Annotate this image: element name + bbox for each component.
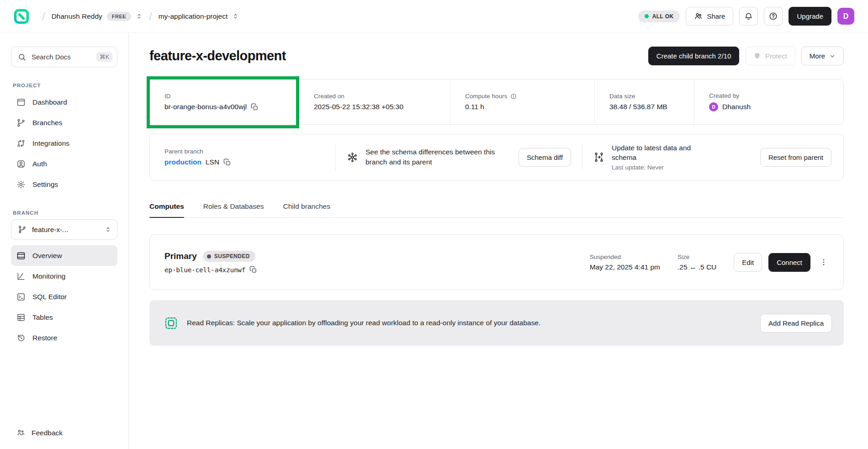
created-on-cell: Created on 2025-05-22 15:32:38 +05:30 xyxy=(299,79,450,124)
bell-icon xyxy=(744,12,753,21)
create-child-branch-label: Create child branch 2/10 xyxy=(656,52,731,60)
sidebar-item-label: SQL Editor xyxy=(32,293,67,301)
creator-avatar-initial: D xyxy=(712,105,715,110)
sidebar-item-dashboard[interactable]: Dashboard xyxy=(11,92,117,112)
chevron-updown-icon xyxy=(136,13,143,20)
sidebar-item-branches[interactable]: Branches xyxy=(11,112,117,133)
user-avatar[interactable]: D xyxy=(837,8,854,25)
avatar-initial: D xyxy=(843,12,849,21)
sidebar-item-label: Integrations xyxy=(32,139,69,148)
plan-badge: FREE xyxy=(107,12,131,21)
people-icon xyxy=(694,12,703,21)
sidebar-item-tables[interactable]: Tables xyxy=(11,307,117,328)
sidebar-item-restore[interactable]: Restore xyxy=(11,328,117,348)
schema-diff-button[interactable]: Schema diff xyxy=(519,148,571,167)
branch-id-cell: ID br-orange-bonus-a4v00wjl xyxy=(150,79,299,124)
history-icon xyxy=(16,333,26,343)
id-label: ID xyxy=(164,93,299,100)
sidebar: Search Docs ⌘K PROJECT Dashboard Branche… xyxy=(0,33,129,449)
sidebar-item-sql-editor[interactable]: SQL Editor xyxy=(11,286,117,307)
size-label: Size xyxy=(677,254,716,260)
status-badge[interactable]: ALL OK xyxy=(638,11,680,22)
size-value: .25 ↔ .5 CU xyxy=(677,263,716,271)
compute-name: Primary xyxy=(164,251,197,261)
chevron-updown-icon xyxy=(105,226,111,233)
chart-icon xyxy=(16,272,26,281)
search-shortcut: ⌘K xyxy=(96,52,112,62)
status-badge-label: SUSPENDED xyxy=(214,253,250,259)
read-replica-description: Read Replicas: Scale your application by… xyxy=(187,319,752,327)
schema-diff-label: Schema diff xyxy=(527,153,563,161)
sidebar-item-overview[interactable]: Overview xyxy=(11,245,117,266)
feedback-label: Feedback xyxy=(32,429,63,437)
org-name: Dhanush Reddy xyxy=(52,12,102,21)
endpoint-id: ep-blue-cell-a4xzunwf xyxy=(164,266,245,274)
search-icon xyxy=(18,53,26,61)
schema-diff-description: See the schema differences between this … xyxy=(365,147,517,167)
divider xyxy=(582,144,582,170)
project-breadcrumb[interactable]: my-application-project xyxy=(159,12,239,21)
size-stat: Size .25 ↔ .5 CU xyxy=(677,254,716,271)
suspended-stat: Suspended May 22, 2025 4:41 pm xyxy=(590,254,660,271)
help-circle-icon xyxy=(769,12,778,21)
breadcrumb-separator: / xyxy=(42,10,45,23)
sidebar-item-auth[interactable]: Auth xyxy=(11,153,117,174)
reset-from-parent-button[interactable]: Reset from parent xyxy=(760,148,831,167)
branch-tabs: Computes Roles & Databases Child branche… xyxy=(149,202,844,218)
suspended-dot-icon xyxy=(207,254,211,259)
status-badge: SUSPENDED xyxy=(203,251,255,262)
edit-button[interactable]: Edit xyxy=(734,253,762,272)
notifications-button[interactable] xyxy=(739,7,758,26)
chevron-down-icon xyxy=(829,53,836,59)
parent-branch-link[interactable]: production xyxy=(164,158,201,166)
created-by-label: Created by xyxy=(709,92,843,99)
copy-icon[interactable] xyxy=(251,103,259,111)
org-breadcrumb[interactable]: Dhanush Reddy FREE xyxy=(52,12,143,21)
add-read-replica-button[interactable]: Add Read Replica xyxy=(760,314,832,333)
created-on-value: 2025-05-22 15:32:38 +05:30 xyxy=(314,103,403,111)
branch-section-label: BRANCH xyxy=(13,210,117,216)
upgrade-button[interactable]: Upgrade xyxy=(789,7,831,26)
gear-icon xyxy=(16,180,26,189)
sidebar-item-integrations[interactable]: Integrations xyxy=(11,133,117,153)
sidebar-item-monitoring[interactable]: Monitoring xyxy=(11,266,117,286)
sidebar-item-settings[interactable]: Settings xyxy=(11,174,117,195)
edit-label: Edit xyxy=(742,259,754,266)
compute-hours-label: Compute hours xyxy=(465,93,507,100)
tab-roles-databases[interactable]: Roles & Databases xyxy=(203,202,264,217)
copy-icon[interactable] xyxy=(249,266,257,274)
compute-hours-cell: Compute hours 0.11 h xyxy=(450,79,594,124)
status-label: ALL OK xyxy=(652,13,674,20)
sidebar-item-label: Tables xyxy=(32,313,53,322)
main-content: feature-x-development Create child branc… xyxy=(129,33,868,449)
copy-icon[interactable] xyxy=(223,158,231,166)
share-label: Share xyxy=(707,12,725,20)
search-docs-input[interactable]: Search Docs ⌘K xyxy=(11,47,117,67)
parent-branch-card: Parent branch production LSN See the sch… xyxy=(149,134,844,180)
table-icon xyxy=(16,313,26,322)
compute-hours-value: 0.11 h xyxy=(465,103,484,111)
created-by-cell: Created by D Dhanush xyxy=(694,79,843,124)
tab-computes[interactable]: Computes xyxy=(149,202,184,217)
feedback-people-icon xyxy=(16,428,25,437)
more-button[interactable]: More xyxy=(801,47,844,65)
neon-logo-icon[interactable] xyxy=(14,9,29,24)
create-child-branch-button[interactable]: Create child branch 2/10 xyxy=(648,47,739,65)
data-size-label: Data size xyxy=(609,93,694,100)
connect-button[interactable]: Connect xyxy=(768,253,810,272)
feedback-button[interactable]: Feedback xyxy=(16,428,63,437)
breadcrumb-separator: / xyxy=(149,10,152,23)
branch-selector-value: feature-x-... xyxy=(32,226,99,234)
info-icon[interactable] xyxy=(510,93,517,100)
connect-label: Connect xyxy=(777,259,802,266)
share-button[interactable]: Share xyxy=(686,7,733,26)
kebab-menu-icon[interactable] xyxy=(817,253,831,272)
terminal-icon xyxy=(16,292,26,301)
help-button[interactable] xyxy=(764,7,783,26)
git-branch-icon xyxy=(16,118,26,127)
tab-child-branches[interactable]: Child branches xyxy=(283,202,330,217)
branch-selector[interactable]: feature-x-... xyxy=(11,219,117,240)
protect-button[interactable]: Protect xyxy=(745,47,795,65)
branch-info-card: ID br-orange-bonus-a4v00wjl Created on 2… xyxy=(149,79,844,125)
add-read-replica-label: Add Read Replica xyxy=(768,319,824,327)
